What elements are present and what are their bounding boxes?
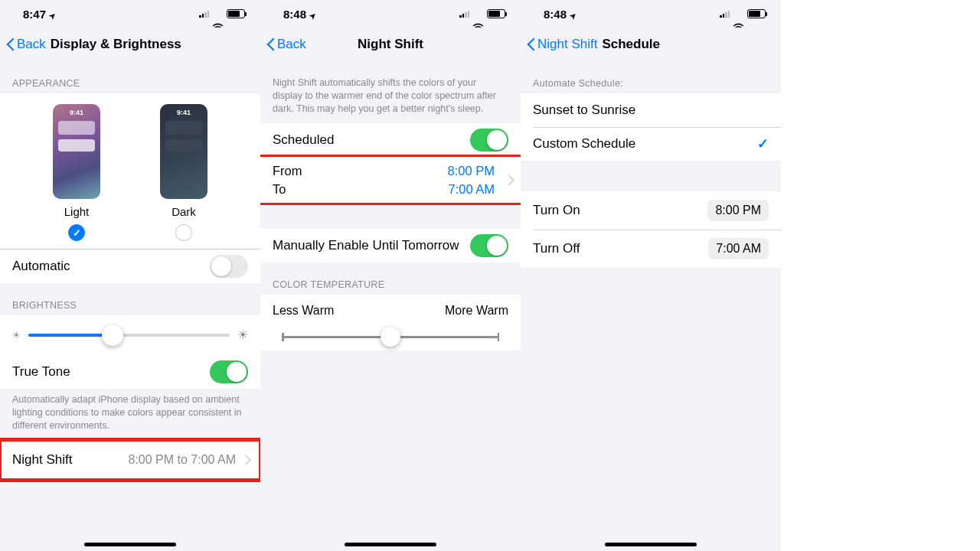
turn-on-value[interactable]: 8:00 PM [707,200,769,221]
sun-min-icon: ☀︎ [12,330,21,341]
status-time: 8:48 [544,8,567,21]
option-sunset-label: Sunset to Sunrise [533,103,635,118]
appearance-picker: 9:41 Light 9:41 Dark [0,93,260,249]
option-custom-label: Custom Schedule [533,136,635,152]
manual-enable-toggle[interactable] [470,234,508,257]
nightshift-row[interactable]: Night Shift 8:00 PM to 7:00 AM [0,440,260,480]
scheduled-label: Scheduled [273,132,334,148]
chevron-right-icon [242,455,248,465]
nightshift-detail: 8:00 PM to 7:00 AM [128,453,236,467]
scheduled-toggle[interactable] [470,129,508,152]
automatic-label: Automatic [12,259,70,274]
appearance-label-dark: Dark [172,205,196,218]
less-warm-label: Less Warm [273,304,334,318]
turn-off-value[interactable]: 7:00 AM [708,238,769,259]
home-indicator [605,543,697,546]
back-label: Back [17,37,46,52]
brightness-header: Brightness [0,283,260,315]
appearance-thumb-light: 9:41 [53,104,100,199]
battery-icon [227,9,245,18]
appearance-option-light[interactable]: 9:41 Light [53,104,100,241]
appearance-label-light: Light [64,205,90,218]
battery-icon [747,9,766,18]
home-indicator [84,543,176,546]
location-icon [309,8,315,21]
back-label: Night Shift [537,37,597,52]
scheduled-row[interactable]: Scheduled [260,123,521,157]
manual-enable-label: Manually Enable Until Tomorrow [273,238,459,253]
status-bar: 8:48 [521,0,781,28]
page-title: Schedule [602,37,660,52]
navbar: Back Display & Brightness [0,28,260,61]
truetone-toggle[interactable] [210,360,248,383]
chevron-left-icon [527,37,536,52]
chevron-left-icon [266,37,276,52]
turn-off-label: Turn Off [533,241,580,256]
brightness-slider-row: ☀︎ ☀︎ [0,315,260,355]
appearance-header: Appearance [0,61,260,93]
cell-signal-icon [720,10,730,18]
from-value: 8:00 PM [448,161,508,180]
sun-max-icon: ☀︎ [237,328,248,342]
temp-labels: Less Warm More Warm [260,295,521,318]
back-button[interactable]: Back [6,37,46,52]
location-icon [49,8,55,21]
navbar: Night Shift Schedule [521,28,781,61]
phone-night-shift: 8:48 Back Night Shift Night Shift automa… [260,0,521,551]
wifi-icon [733,10,744,18]
turn-on-row[interactable]: Turn On 8:00 PM [521,191,781,230]
battery-icon [487,9,505,18]
to-label: To [273,180,286,198]
cell-signal-icon [459,10,469,18]
nightshift-label: Night Shift [12,452,72,468]
phone-schedule: 8:48 Night Shift Schedule Automate Sched… [521,0,781,551]
status-bar: 8:47 [0,0,260,28]
color-temperature-slider[interactable] [260,318,521,350]
preview-time: 9:41 [70,109,83,116]
truetone-label: True Tone [12,364,70,380]
nightshift-row-highlight: Night Shift 8:00 PM to 7:00 AM [0,440,260,480]
truetone-footer: Automatically adapt iPhone display based… [0,389,260,440]
wifi-icon [472,10,484,18]
status-time: 8:48 [283,8,306,21]
back-label: Back [277,37,306,52]
home-indicator [345,543,436,546]
back-button[interactable]: Night Shift [527,37,597,52]
automatic-toggle[interactable] [210,255,248,278]
navbar: Back Night Shift [260,28,521,61]
brightness-slider[interactable] [28,324,230,346]
chevron-right-icon [505,174,511,184]
color-temperature-header: Color Temperature [260,262,521,295]
more-warm-label: More Warm [445,304,508,318]
turn-off-row[interactable]: Turn Off 7:00 AM [521,230,781,268]
preview-time: 9:41 [177,109,191,116]
page-title: Display & Brightness [51,37,181,52]
status-bar: 8:48 [260,0,521,28]
automate-header: Automate Schedule: [521,61,781,93]
wifi-icon [212,10,224,18]
from-label: From [273,161,302,180]
schedule-times-row[interactable]: From 8:00 PM To 7:00 AM [260,157,521,203]
back-button[interactable]: Back [266,37,306,52]
turn-on-label: Turn On [533,203,580,218]
nightshift-intro: Night Shift automatically shifts the col… [260,61,521,123]
appearance-thumb-dark: 9:41 [160,104,207,199]
chevron-left-icon [6,37,15,52]
option-custom-schedule[interactable]: Custom Schedule ✓ [521,127,781,161]
cell-signal-icon [199,10,209,18]
option-sunset-sunrise[interactable]: Sunset to Sunrise [521,93,781,127]
schedule-times-highlight: From 8:00 PM To 7:00 AM [260,157,521,203]
radio-unselected-icon [175,224,192,241]
appearance-option-dark[interactable]: 9:41 Dark [160,104,207,241]
checkmark-icon: ✓ [757,135,769,152]
phone-display-brightness: 8:47 Back Display & Brightness Appearanc… [0,0,260,551]
to-value: 7:00 AM [448,180,508,198]
location-icon [570,8,576,21]
status-time: 8:47 [23,8,46,21]
truetone-row[interactable]: True Tone [0,355,260,389]
radio-selected-icon [68,224,85,241]
automatic-row[interactable]: Automatic [0,249,260,283]
manual-enable-row[interactable]: Manually Enable Until Tomorrow [260,229,521,262]
